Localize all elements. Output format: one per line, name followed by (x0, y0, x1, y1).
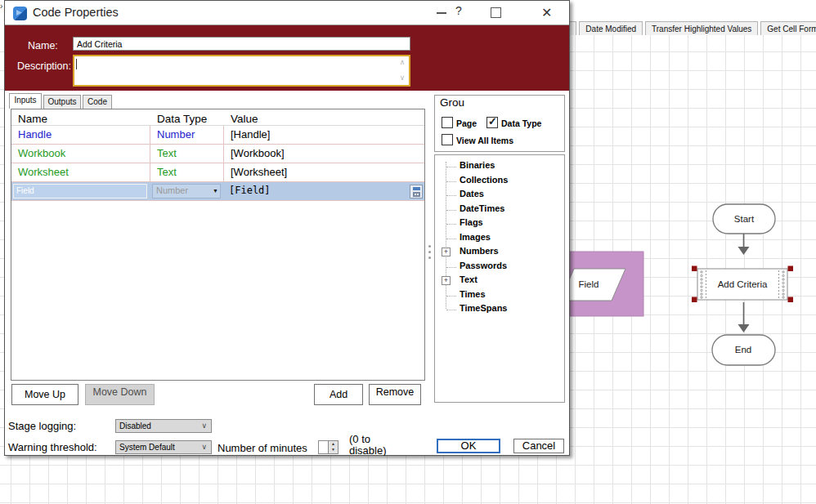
tree-item-text[interactable]: +Text (435, 274, 564, 288)
tab-code[interactable]: Code (83, 95, 112, 109)
table-row[interactable]: Handle Number [Handle] (11, 126, 424, 145)
splitter-handle[interactable] (428, 256, 431, 259)
connector-arrow (738, 234, 750, 255)
input-data-type: Text (150, 163, 224, 181)
view-all-items-checkbox[interactable] (442, 134, 453, 145)
data-type-checkbox[interactable]: ✓ (486, 117, 498, 128)
add-button[interactable]: Add (314, 384, 363, 405)
arrowhead-icon (738, 247, 750, 255)
column-header-value[interactable]: Value (224, 109, 424, 125)
table-row[interactable]: Workbook Text [Workbook] (11, 145, 424, 163)
maximize-icon[interactable] (491, 7, 501, 18)
spinner-down-icon[interactable]: ▼ (331, 447, 335, 452)
tree-item-label: TimeSpans (460, 303, 508, 313)
start-label: Start (734, 214, 755, 224)
column-header-data-type[interactable]: Data Type (150, 109, 224, 125)
add-criteria-label: Add Criteria (718, 279, 768, 289)
disable-hint-text: (0 to disable) (349, 434, 392, 456)
splitter-handle[interactable] (428, 245, 431, 248)
table-row[interactable]: Worksheet Text [Worksheet] (11, 163, 424, 182)
tree-item-images[interactable]: Images (435, 232, 564, 246)
spinner-up-icon[interactable]: ▲ (331, 441, 335, 446)
table-header-row: Name Data Type Value (11, 109, 424, 126)
dialog-titlebar[interactable]: Code Properties ? ✕ (5, 1, 569, 25)
group-by-panel: Grou Page ✓ Data Type View All Items (434, 95, 565, 152)
name-input[interactable] (73, 37, 410, 51)
splitter-handle[interactable] (428, 251, 431, 253)
minimize-icon[interactable] (437, 12, 446, 14)
field-value-expression[interactable]: [Field] (229, 185, 271, 196)
tab-inputs[interactable]: Inputs (9, 93, 42, 109)
cancel-button[interactable]: Cancel (513, 439, 564, 453)
page-checkbox-label: Page (456, 118, 477, 128)
page-checkbox[interactable] (442, 117, 453, 128)
action-tab-transfer-highlighted-values[interactable]: Transfer Highlighted Values (645, 21, 758, 35)
field-type-value: Number (156, 185, 188, 195)
selection-handle (692, 266, 697, 272)
start-node[interactable]: Start (713, 204, 775, 234)
warning-threshold-label: Warning threshold: (8, 441, 97, 453)
chevron-down-icon: ∨ (201, 421, 207, 430)
field-data-item[interactable]: Field (560, 252, 643, 316)
input-value: [Handle] (224, 126, 424, 144)
end-label: End (735, 345, 751, 355)
column-header-name[interactable]: Name (11, 109, 150, 125)
tree-item-passwords[interactable]: Passwords (435, 261, 564, 274)
minutes-spinner[interactable]: ▲ ▼ (318, 440, 339, 454)
blueprism-app-icon (13, 7, 27, 20)
action-tab-get-cell-formula[interactable]: Get Cell Formul (760, 21, 816, 35)
tree-item-label: Flags (460, 217, 483, 227)
chevron-down-icon: ∨ (201, 443, 207, 451)
end-node[interactable]: End (712, 335, 775, 365)
tree-item-datetimes[interactable]: DateTimes (435, 203, 564, 217)
tree-item-timespans[interactable]: TimeSpans (435, 303, 564, 317)
arrowhead-icon (738, 324, 750, 332)
tree-item-times[interactable]: Times (435, 289, 564, 303)
tree-item-label: Collections (460, 175, 508, 185)
tree-item-flags[interactable]: Flags (435, 217, 564, 231)
description-input[interactable]: ∧ ∨ (73, 55, 410, 87)
tree-item-numbers[interactable]: +Numbers (435, 246, 564, 260)
warning-threshold-value: System Default (119, 443, 175, 452)
tab-scroll-right-icon[interactable]: › (0, 2, 2, 11)
tree-item-label: DateTimes (460, 203, 504, 213)
remove-button[interactable]: Remove (369, 384, 421, 405)
ok-button[interactable]: OK (437, 439, 500, 453)
warning-threshold-dropdown[interactable]: System Default ∨ (115, 440, 212, 454)
checkmark-icon: ✓ (488, 115, 497, 127)
view-all-items-checkbox-label: View All Items (456, 136, 513, 145)
move-up-button[interactable]: Move Up (11, 384, 78, 405)
tree-item-collections[interactable]: Collections (435, 175, 564, 189)
close-icon[interactable]: ✕ (541, 5, 552, 20)
tab-outputs[interactable]: Outputs (43, 95, 81, 109)
field-label: Field (579, 279, 599, 289)
help-icon[interactable]: ? (455, 4, 462, 17)
input-data-type: Number (150, 126, 224, 144)
tree-item-label: Binaries (460, 160, 495, 170)
input-value: [Workbook] (224, 145, 424, 163)
expand-plus-icon[interactable]: + (442, 276, 451, 285)
tree-item-label: Dates (460, 189, 484, 198)
table-row-selected[interactable]: Field Number ▼ [Field] (11, 182, 424, 201)
inputs-table: Name Data Type Value Handle Number [Hand… (11, 109, 425, 381)
input-name: Workbook (11, 145, 150, 163)
field-type-dropdown[interactable]: Number ▼ (152, 184, 221, 198)
description-label: Description: (17, 60, 71, 72)
scroll-down-icon[interactable]: ∨ (398, 74, 406, 82)
data-type-tree: Binaries Collections Dates DateTimes Fla… (434, 154, 565, 403)
selection-handle (788, 266, 794, 272)
field-name-input[interactable]: Field (13, 184, 147, 198)
selection-handle (692, 297, 697, 303)
name-label: Name: (28, 40, 58, 51)
expression-builder-button[interactable] (410, 185, 423, 198)
tree-item-dates[interactable]: Dates (435, 189, 564, 203)
input-name: Handle (11, 126, 150, 144)
stage-logging-dropdown[interactable]: Disabled ∨ (115, 419, 212, 433)
input-value: [Worksheet] (224, 163, 424, 181)
action-tab-date-modified[interactable]: Date Modified (579, 21, 643, 35)
add-criteria-node[interactable]: Add Criteria (692, 266, 793, 303)
tree-item-binaries[interactable]: Binaries (435, 160, 564, 174)
selection-handle (788, 297, 794, 303)
scroll-up-icon[interactable]: ∧ (398, 58, 406, 66)
expand-plus-icon[interactable]: + (442, 248, 451, 256)
